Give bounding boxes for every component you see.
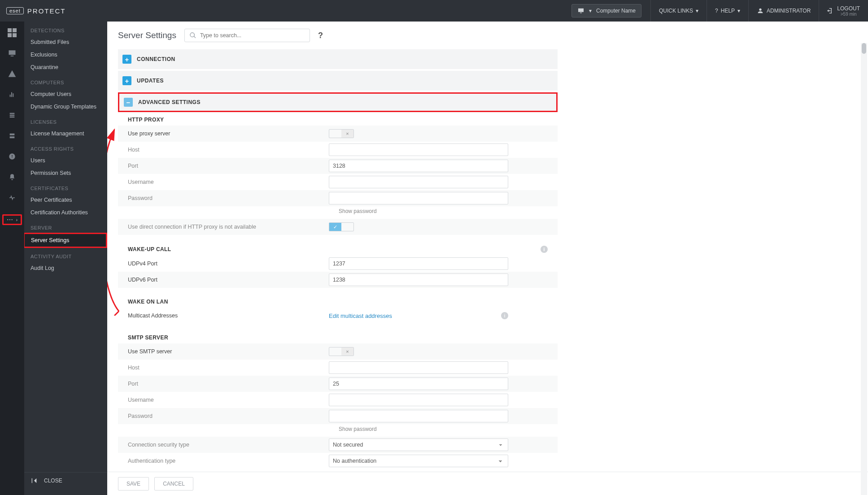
input-udp6[interactable] bbox=[329, 274, 508, 286]
row-udp6: UDPv6 Port bbox=[118, 272, 558, 288]
input-smtp-host[interactable] bbox=[329, 361, 508, 374]
nav-item-dynamic-group-templates[interactable]: Dynamic Group Templates bbox=[24, 100, 107, 113]
nav-item-computer-users[interactable]: Computer Users bbox=[24, 88, 107, 100]
label-proxy-password: Password bbox=[118, 195, 329, 201]
section-updates[interactable]: + UPDATES bbox=[118, 71, 558, 91]
input-proxy-port[interactable] bbox=[329, 160, 508, 172]
quick-links-menu[interactable]: QUICK LINKS ▾ bbox=[650, 0, 707, 22]
nav-item-server-settings[interactable]: Server Settings bbox=[25, 234, 106, 247]
label-use-smtp: Use SMTP server bbox=[118, 348, 329, 355]
save-button[interactable]: SAVE bbox=[118, 477, 149, 491]
nav-item-users[interactable]: Users bbox=[24, 154, 107, 167]
row-smtp-username: Username bbox=[118, 392, 558, 408]
label-auth-type: Authentication type bbox=[118, 458, 329, 464]
row-use-smtp: Use SMTP server ✓× bbox=[118, 343, 558, 360]
computers-icon[interactable] bbox=[7, 48, 17, 58]
expand-icon: + bbox=[122, 55, 131, 64]
search-box[interactable] bbox=[184, 29, 310, 42]
input-proxy-host[interactable] bbox=[329, 143, 508, 156]
nav-item-quarantine[interactable]: Quarantine bbox=[24, 61, 107, 74]
tasks-icon[interactable] bbox=[7, 110, 17, 120]
scrollbar-track[interactable] bbox=[861, 43, 867, 495]
nav-item-audit-log[interactable]: Audit Log bbox=[24, 262, 107, 274]
collapse-icon: − bbox=[124, 98, 133, 107]
nav-item-license-management[interactable]: License Management bbox=[24, 127, 107, 140]
link-show-smtp-password[interactable]: Show password bbox=[118, 424, 558, 437]
section-advanced-title: ADVANCED SETTINGS bbox=[138, 99, 201, 105]
nav-heading-server: SERVER bbox=[24, 219, 107, 233]
input-udp4[interactable] bbox=[329, 257, 508, 270]
detections-icon[interactable] bbox=[7, 69, 17, 79]
label-direct-connection: Use direct connection if HTTP proxy is n… bbox=[118, 224, 329, 230]
input-proxy-password[interactable] bbox=[329, 192, 508, 204]
expand-icon: + bbox=[122, 76, 131, 85]
label-udp6: UDPv6 Port bbox=[118, 277, 329, 283]
select-conn-security[interactable]: Not secured bbox=[329, 439, 508, 451]
label-proxy-username: Username bbox=[118, 179, 329, 185]
dashboard-icon[interactable] bbox=[7, 28, 17, 38]
info-icon[interactable]: i bbox=[541, 246, 548, 253]
label-proxy-host: Host bbox=[118, 147, 329, 153]
subsection-wol-title: WAKE ON LAN bbox=[128, 299, 168, 305]
admin-menu[interactable]: ADMINISTRATOR bbox=[748, 0, 819, 22]
logout-icon bbox=[826, 7, 833, 14]
policies-icon[interactable] bbox=[7, 152, 17, 161]
nav-item-permission-sets[interactable]: Permission Sets bbox=[24, 167, 107, 179]
label-smtp-username: Username bbox=[118, 397, 329, 403]
search-input[interactable] bbox=[200, 32, 305, 39]
toggle-use-smtp[interactable]: ✓× bbox=[329, 347, 354, 356]
link-edit-multicast[interactable]: Edit multicast addresses bbox=[329, 313, 392, 319]
label-proxy-port: Port bbox=[118, 163, 329, 169]
row-udp4: UDPv4 Port bbox=[118, 256, 558, 272]
logout-button[interactable]: LOGOUT >59 min bbox=[819, 0, 868, 22]
brand-eset: eset bbox=[6, 7, 24, 14]
brand-protect: PROTECT bbox=[27, 7, 66, 15]
row-smtp-host: Host bbox=[118, 360, 558, 376]
help-menu[interactable]: ? HELP ▾ bbox=[707, 0, 748, 22]
chevron-down-icon: ▾ bbox=[696, 8, 698, 14]
subsection-smtp-title: SMTP SERVER bbox=[128, 334, 168, 341]
label-use-proxy: Use proxy server bbox=[118, 130, 329, 137]
logout-label: LOGOUT bbox=[837, 5, 860, 12]
nav-item-peer-certificates[interactable]: Peer Certificates bbox=[24, 194, 107, 206]
section-advanced-highlighted[interactable]: − ADVANCED SETTINGS bbox=[118, 92, 558, 112]
section-connection-title: CONNECTION bbox=[137, 56, 175, 62]
input-proxy-username[interactable] bbox=[329, 176, 508, 188]
toggle-use-proxy[interactable]: ✓× bbox=[329, 129, 354, 138]
computer-name-label: Computer Name bbox=[596, 8, 636, 14]
status-icon[interactable] bbox=[7, 193, 17, 203]
reports-icon[interactable] bbox=[7, 90, 17, 100]
input-smtp-password[interactable] bbox=[329, 410, 508, 422]
subsection-http-proxy: HTTP PROXY bbox=[118, 112, 558, 126]
close-panel[interactable]: CLOSE bbox=[24, 472, 107, 489]
close-label: CLOSE bbox=[44, 478, 62, 484]
subsection-wakeup-title: WAKE-UP CALL bbox=[128, 246, 171, 252]
help-icon-button[interactable]: ? bbox=[318, 31, 323, 40]
scrollbar-thumb[interactable] bbox=[862, 43, 866, 54]
row-use-proxy: Use proxy server ✓× bbox=[118, 126, 558, 142]
info-icon[interactable]: i bbox=[501, 312, 508, 319]
row-proxy-password: Password bbox=[118, 190, 558, 206]
subsection-http-proxy-title: HTTP PROXY bbox=[128, 117, 164, 123]
input-smtp-username[interactable] bbox=[329, 394, 508, 406]
nav-item-submitted-files[interactable]: Submitted Files bbox=[24, 36, 107, 48]
nav-item-cert-authorities[interactable]: Certification Authorities bbox=[24, 206, 107, 219]
row-proxy-port: Port bbox=[118, 158, 558, 174]
input-smtp-port[interactable] bbox=[329, 378, 508, 390]
content-scroll[interactable]: + CONNECTION + UPDATES − ADVANCED SETTIN… bbox=[107, 48, 868, 472]
link-show-proxy-password[interactable]: Show password bbox=[118, 206, 558, 219]
computer-name-selector[interactable]: ▾ Computer Name bbox=[571, 4, 641, 17]
section-connection[interactable]: + CONNECTION bbox=[118, 49, 558, 69]
more-menu-highlighted[interactable]: ⋯ › bbox=[2, 214, 22, 225]
notifications-icon[interactable] bbox=[7, 172, 17, 182]
row-proxy-username: Username bbox=[118, 174, 558, 190]
footer-bar: SAVE CANCEL bbox=[107, 472, 868, 495]
nav-item-exclusions[interactable]: Exclusions bbox=[24, 48, 107, 61]
topbar-links: QUICK LINKS ▾ ? HELP ▾ ADMINISTRATOR LOG… bbox=[650, 0, 868, 22]
cancel-button[interactable]: CANCEL bbox=[154, 477, 193, 491]
select-auth-type[interactable]: No authentication bbox=[329, 455, 508, 467]
nav-item-server-settings-highlight: Server Settings bbox=[24, 233, 107, 248]
installers-icon[interactable] bbox=[7, 131, 17, 141]
dots-icon: ⋯ bbox=[7, 217, 13, 223]
toggle-direct-connection[interactable]: ✓ bbox=[329, 222, 354, 231]
